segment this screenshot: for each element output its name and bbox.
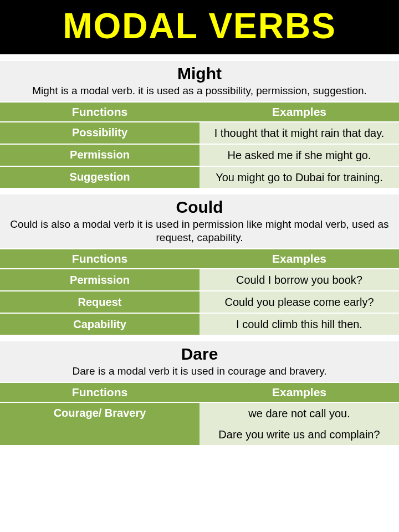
header-examples: Examples <box>200 249 399 269</box>
function-cell: Capability <box>0 313 200 335</box>
function-cell: Possibility <box>0 122 200 144</box>
section-might: Might Might is a modal verb. it is used … <box>0 61 399 188</box>
table-row: Permission Could I borrow you book? <box>0 269 399 291</box>
section-heading: Dare <box>0 345 399 364</box>
section-description: Could is also a modal verb it is used in… <box>10 218 389 245</box>
header-functions: Functions <box>0 102 200 122</box>
table-might: Functions Examples Possibility I thought… <box>0 101 399 188</box>
example-cell: He asked me if she might go. <box>200 144 399 166</box>
section-heading: Could <box>0 198 399 217</box>
function-cell: Suggestion <box>0 166 200 188</box>
table-row: Possibility I thought that it might rain… <box>0 122 399 144</box>
function-cell: Permission <box>0 269 200 291</box>
table-dare: Functions Examples Courage/ Bravery we d… <box>0 382 399 445</box>
table-header-row: Functions Examples <box>0 382 399 402</box>
header-functions: Functions <box>0 249 200 269</box>
section-description: Dare is a modal verb it is used in coura… <box>10 365 389 378</box>
example-cell: I could climb this hill then. <box>200 313 399 335</box>
example-cell: we dare not call you. <box>200 402 399 424</box>
table-row: Request Could you please come early? <box>0 291 399 313</box>
section-description: Might is a modal verb. it is used as a p… <box>10 84 389 98</box>
function-cell: Courage/ Bravery <box>0 402 200 424</box>
table-row: Capability I could climb this hill then. <box>0 313 399 335</box>
section-dare: Dare Dare is a modal verb it is used in … <box>0 341 399 445</box>
example-cell: I thought that it might rain that day. <box>200 122 399 144</box>
table-header-row: Functions Examples <box>0 249 399 269</box>
example-cell: Could you please come early? <box>200 291 399 313</box>
header-examples: Examples <box>200 382 399 402</box>
function-cell: Permission <box>0 144 200 166</box>
table-could: Functions Examples Permission Could I bo… <box>0 248 399 335</box>
page-title: MODAL VERBS <box>0 0 399 54</box>
example-cell: You might go to Dubai for training. <box>200 166 399 188</box>
example-cell: Dare you write us and complain? <box>200 424 399 445</box>
table-row: Permission He asked me if she might go. <box>0 144 399 166</box>
example-cell: Could I borrow you book? <box>200 269 399 291</box>
table-row: Dare you write us and complain? <box>0 424 399 445</box>
function-cell: Request <box>0 291 200 313</box>
table-row: Suggestion You might go to Dubai for tra… <box>0 166 399 188</box>
table-row: Courage/ Bravery we dare not call you. <box>0 402 399 424</box>
table-header-row: Functions Examples <box>0 102 399 122</box>
section-heading: Might <box>0 64 399 83</box>
header-functions: Functions <box>0 382 200 402</box>
function-cell <box>0 424 200 445</box>
section-could: Could Could is also a modal verb it is u… <box>0 195 399 335</box>
header-examples: Examples <box>200 102 399 122</box>
